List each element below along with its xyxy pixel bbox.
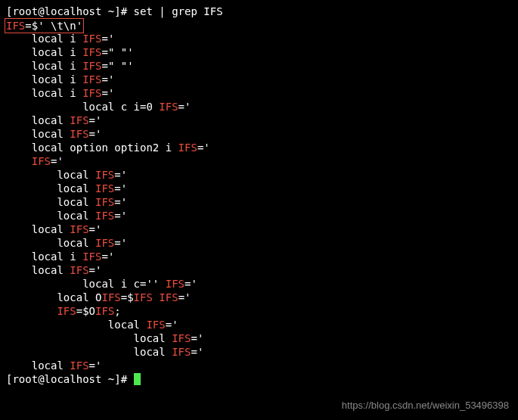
code-text: =' bbox=[114, 210, 127, 222]
indent bbox=[6, 346, 134, 358]
indent bbox=[6, 155, 32, 167]
ifs-keyword: IFS bbox=[95, 210, 114, 222]
code-text: local option option2 i bbox=[32, 142, 178, 154]
ifs-keyword: IFS bbox=[82, 87, 101, 99]
terminal-line: local IFS=' bbox=[6, 168, 512, 182]
indent bbox=[6, 223, 32, 235]
terminal-line: local i IFS=' bbox=[6, 73, 512, 86]
indent bbox=[6, 60, 32, 72]
code-text: local bbox=[57, 182, 95, 194]
code-text: ; bbox=[114, 305, 120, 317]
indent bbox=[6, 87, 32, 99]
code-text: =' bbox=[166, 319, 178, 331]
indent bbox=[6, 250, 32, 263]
terminal-line: local OIFS=$IFS IFS=' bbox=[6, 291, 512, 304]
indent bbox=[6, 291, 57, 303]
terminal-line: local IFS=' bbox=[6, 318, 512, 331]
code-text: =' bbox=[89, 264, 102, 276]
code-text: =' bbox=[185, 278, 197, 290]
terminal-line: local IFS=' bbox=[6, 209, 512, 222]
indent bbox=[6, 101, 82, 113]
ifs-keyword: IFS bbox=[95, 182, 114, 194]
ifs-keyword: IFS bbox=[32, 155, 51, 167]
terminal-line: local IFS=' bbox=[6, 114, 512, 127]
code-text: =' bbox=[89, 114, 102, 126]
ifs-keyword: IFS bbox=[70, 264, 88, 276]
ifs-keyword: IFS bbox=[95, 196, 114, 208]
code-text: local bbox=[108, 319, 147, 331]
terminal-line: local IFS=' bbox=[6, 127, 512, 141]
code-text: local i bbox=[32, 33, 82, 45]
ifs-keyword: IFS bbox=[172, 332, 191, 344]
code-text: local i bbox=[32, 60, 82, 72]
code-text: =' bbox=[197, 142, 210, 154]
indent bbox=[6, 73, 32, 86]
code-text: =' bbox=[114, 237, 127, 249]
terminal-line: local IFS=' bbox=[6, 195, 512, 209]
ifs-keyword: IFS bbox=[178, 142, 197, 154]
indent bbox=[6, 305, 57, 317]
code-text: local bbox=[57, 210, 95, 222]
ifs-keyword: IFS bbox=[82, 60, 101, 72]
terminal-line: local i IFS=' bbox=[6, 250, 512, 263]
prompt-text: [root@localhost ~]# set | grep IFS bbox=[6, 5, 223, 17]
terminal-line: local i IFS=' bbox=[6, 86, 512, 100]
code-text: local bbox=[57, 237, 95, 249]
ifs-keyword: IFS bbox=[101, 291, 120, 303]
ifs-keyword: IFS bbox=[6, 20, 25, 32]
terminal-line: IFS=$OIFS; bbox=[6, 304, 512, 318]
code-text: local c i=0 bbox=[82, 101, 159, 113]
ifs-keyword: IFS bbox=[134, 291, 153, 303]
indent bbox=[6, 319, 108, 331]
terminal-line-highlighted: IFS=$' \t\n' bbox=[6, 18, 512, 32]
code-text: =' bbox=[178, 291, 191, 303]
code-text: =' bbox=[51, 155, 64, 167]
ifs-keyword: IFS bbox=[82, 73, 101, 86]
indent bbox=[6, 114, 32, 126]
prompt-text: [root@localhost ~]# bbox=[6, 373, 134, 385]
code-text: =' bbox=[114, 182, 127, 194]
highlight-box: IFS=$' \t\n' bbox=[5, 18, 84, 33]
code-text: local i bbox=[32, 250, 82, 263]
ifs-keyword: IFS bbox=[70, 359, 88, 372]
terminal-output: local i IFS=' local i IFS=" "' local i I… bbox=[6, 32, 512, 372]
code-text: =" "' bbox=[101, 60, 133, 72]
code-text: local i bbox=[32, 73, 82, 86]
ifs-keyword: IFS bbox=[95, 237, 114, 249]
indent bbox=[6, 182, 57, 194]
indent bbox=[6, 46, 32, 58]
cursor-block[interactable] bbox=[134, 373, 141, 385]
terminal-line: local i IFS=" "' bbox=[6, 45, 512, 59]
code-text: =' bbox=[101, 87, 114, 99]
ifs-value: =$' \t\n' bbox=[25, 20, 82, 32]
code-text: local bbox=[32, 264, 70, 276]
ifs-keyword: IFS bbox=[146, 319, 165, 331]
code-text: =' bbox=[89, 128, 102, 140]
ifs-keyword: IFS bbox=[159, 291, 178, 303]
code-text: =' bbox=[114, 196, 127, 208]
terminal-line: local IFS=' bbox=[6, 331, 512, 345]
terminal-line: local IFS=' bbox=[6, 182, 512, 195]
ifs-keyword: IFS bbox=[82, 46, 101, 58]
terminal-line: local IFS=' bbox=[6, 359, 512, 372]
indent bbox=[6, 142, 32, 154]
terminal-line: local c i=0 IFS=' bbox=[6, 100, 512, 114]
code-text: local i bbox=[32, 46, 82, 58]
code-text: local bbox=[57, 169, 95, 181]
code-text: =' bbox=[89, 223, 102, 235]
ifs-keyword: IFS bbox=[70, 223, 88, 235]
code-text: =' bbox=[191, 346, 203, 358]
code-text: =" "' bbox=[101, 46, 133, 58]
indent bbox=[6, 237, 57, 249]
indent bbox=[6, 33, 32, 45]
indent bbox=[6, 278, 82, 290]
ifs-keyword: IFS bbox=[95, 305, 114, 317]
code-text: =' bbox=[191, 332, 203, 344]
ifs-keyword: IFS bbox=[82, 250, 101, 263]
code-text: =$O bbox=[76, 305, 95, 317]
code-text: =' bbox=[101, 250, 114, 263]
code-text: local bbox=[134, 346, 172, 358]
indent bbox=[6, 169, 57, 181]
ifs-keyword: IFS bbox=[166, 278, 185, 290]
terminal-line: local IFS=' bbox=[6, 236, 512, 250]
